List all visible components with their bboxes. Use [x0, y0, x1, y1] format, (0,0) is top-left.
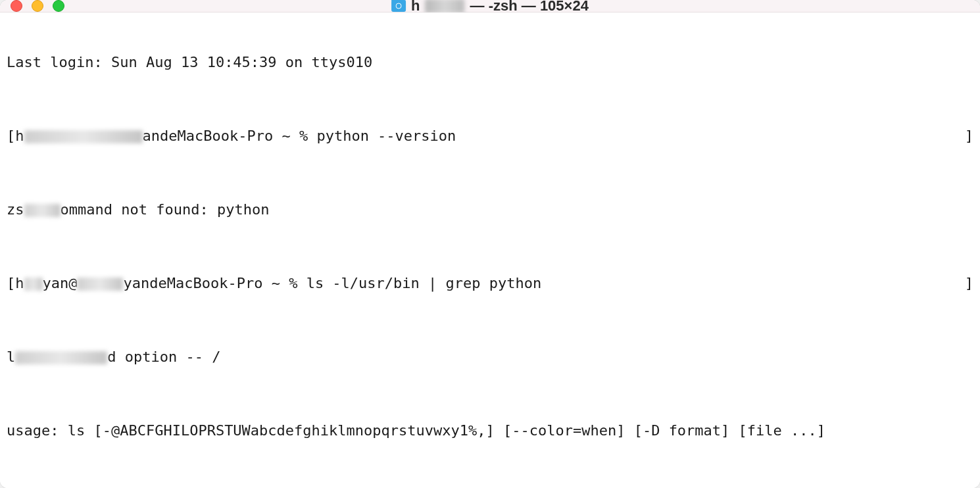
redacted-text — [24, 278, 43, 291]
folder-icon — [391, 0, 406, 12]
line-err-2: ld option -- / — [7, 348, 973, 366]
line-usage: usage: ls [-@ABCFGHILOPRSTUWabcdefghiklm… — [7, 422, 973, 440]
line-prompt-1: [handeMacBook-Pro ~ % python --version ] — [7, 127, 973, 145]
redacted-text — [15, 351, 107, 364]
line-prompt-2: [hyan@yandeMacBook-Pro ~ % ls -l/usr/bin… — [7, 274, 973, 293]
traffic-lights — [11, 0, 64, 12]
line-last-login: Last login: Sun Aug 13 10:45:39 on ttys0… — [7, 53, 973, 72]
redacted-text — [24, 130, 143, 143]
maximize-button[interactable] — [53, 0, 64, 12]
prompt-2-right: ] — [965, 274, 973, 293]
title-redacted — [426, 0, 465, 13]
terminal-output[interactable]: Last login: Sun Aug 13 10:45:39 on ttys0… — [0, 12, 980, 488]
prompt-1-left: [handeMacBook-Pro ~ % python --version — [7, 127, 456, 145]
redacted-text — [77, 278, 123, 291]
redacted-text — [24, 204, 61, 217]
line-err-1: zsommand not found: python — [7, 201, 973, 219]
prompt-2-left: [hyan@yandeMacBook-Pro ~ % ls -l/usr/bin… — [7, 274, 541, 293]
minimize-button[interactable] — [32, 0, 43, 12]
terminal-window: h — -zsh — 105×24 Last login: Sun Aug 13… — [0, 0, 980, 488]
title-bar: h — -zsh — 105×24 — [0, 0, 980, 12]
close-button[interactable] — [11, 0, 22, 12]
prompt-1-right: ] — [965, 127, 973, 145]
